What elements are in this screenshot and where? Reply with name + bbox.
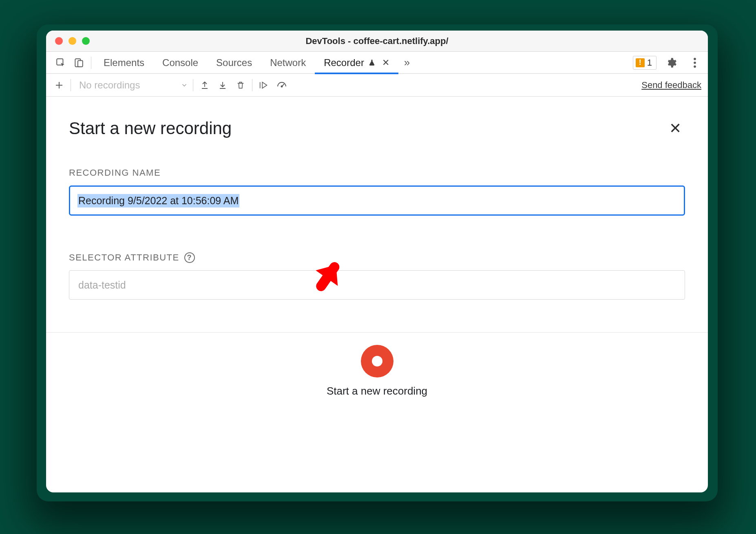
tab-recorder[interactable]: Recorder ✕	[315, 52, 398, 74]
window-title: DevTools - coffee-cart.netlify.app/	[46, 36, 708, 46]
tab-sources[interactable]: Sources	[207, 52, 261, 74]
tab-close-icon[interactable]: ✕	[382, 57, 389, 68]
window-titlebar: DevTools - coffee-cart.netlify.app/	[46, 31, 708, 52]
warnings-badge[interactable]: ! 1	[633, 56, 657, 70]
replay-icon[interactable]	[255, 76, 273, 94]
settings-gear-icon[interactable]	[662, 54, 680, 72]
devtools-tabstrip: Elements Console Sources Network Recorde…	[46, 52, 708, 74]
tab-network[interactable]: Network	[261, 52, 315, 74]
panel-title: Start a new recording	[69, 119, 232, 138]
chevron-down-icon	[181, 82, 188, 89]
traffic-lights	[55, 37, 90, 45]
selector-attribute-placeholder: data-testid	[78, 279, 126, 291]
recordings-dropdown-label: No recordings	[79, 79, 140, 91]
window-minimize-button[interactable]	[69, 37, 76, 45]
tab-elements[interactable]: Elements	[95, 52, 153, 74]
export-icon[interactable]	[196, 76, 214, 94]
selector-attribute-input[interactable]: data-testid	[69, 270, 685, 300]
start-recording-label: Start a new recording	[327, 385, 427, 397]
tabs-overflow-icon[interactable]: »	[398, 54, 416, 71]
delete-icon[interactable]	[232, 76, 250, 94]
close-panel-icon[interactable]: ✕	[665, 119, 685, 138]
recording-name-label: RECORDING NAME	[69, 168, 685, 178]
warnings-count: 1	[647, 57, 652, 68]
recorder-action-bar: No recordings	[46, 74, 708, 97]
svg-point-3	[694, 57, 696, 60]
recording-name-value: Recording 9/5/2022 at 10:56:09 AM	[77, 194, 239, 207]
import-icon[interactable]	[214, 76, 232, 94]
recorder-panel: Start a new recording ✕ RECORDING NAME R…	[46, 97, 708, 492]
warning-icon: !	[636, 58, 645, 67]
window-zoom-button[interactable]	[82, 37, 90, 45]
help-icon[interactable]: ?	[184, 252, 195, 263]
svg-point-6	[281, 86, 283, 87]
new-recording-icon[interactable]	[50, 76, 68, 94]
flask-icon	[368, 59, 376, 67]
devtools-window: DevTools - coffee-cart.netlify.app/	[46, 31, 708, 492]
svg-point-5	[694, 65, 696, 68]
recordings-dropdown[interactable]: No recordings	[73, 79, 190, 91]
device-toolbar-icon[interactable]	[70, 54, 88, 72]
window-close-button[interactable]	[55, 37, 63, 45]
recording-name-input[interactable]: Recording 9/5/2022 at 10:56:09 AM	[69, 185, 685, 216]
inspect-element-icon[interactable]	[52, 54, 70, 72]
svg-rect-2	[78, 60, 83, 66]
start-recording-button[interactable]	[361, 345, 393, 377]
replay-settings-icon[interactable]	[273, 76, 291, 94]
selector-attribute-label: SELECTOR ATTRIBUTE	[69, 252, 179, 263]
more-menu-icon[interactable]	[686, 54, 704, 72]
send-feedback-link[interactable]: Send feedback	[641, 80, 701, 90]
tab-console[interactable]: Console	[153, 52, 207, 74]
svg-point-4	[694, 62, 696, 64]
